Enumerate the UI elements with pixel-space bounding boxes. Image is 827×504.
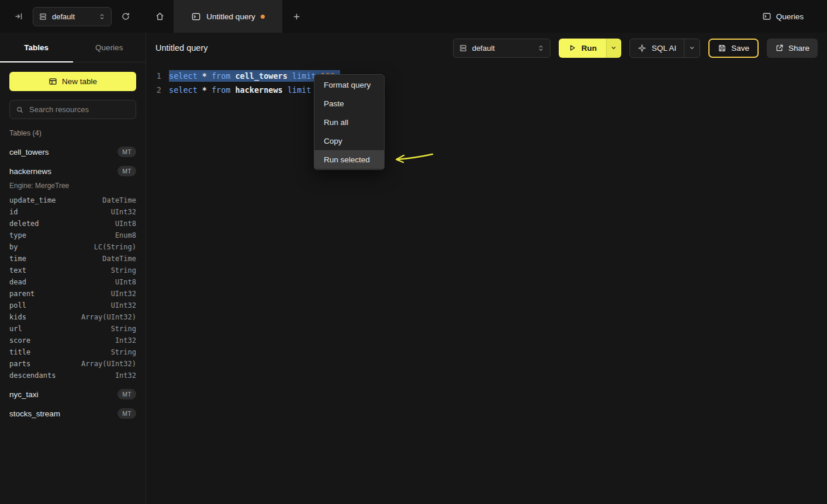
column-name: poll bbox=[9, 301, 26, 310]
updown-chevrons-icon bbox=[98, 13, 106, 20]
sql-star: * bbox=[202, 85, 207, 95]
column-row: pollUInt32 bbox=[9, 300, 136, 311]
run-options-button[interactable] bbox=[606, 39, 621, 58]
play-icon bbox=[568, 44, 576, 52]
sql-ai-options-button[interactable] bbox=[684, 39, 700, 57]
menu-item-run-all[interactable]: Run all bbox=[314, 113, 384, 131]
sql-ai-button[interactable]: SQL AI bbox=[630, 39, 684, 57]
run-button[interactable]: Run bbox=[559, 39, 606, 58]
table-row-hackernews[interactable]: hackernews MT bbox=[9, 164, 136, 178]
tab-label: Untitled query bbox=[206, 12, 255, 21]
database-icon bbox=[39, 12, 47, 21]
tab-home[interactable] bbox=[146, 0, 174, 33]
topbar-left: default bbox=[0, 0, 146, 33]
sql-keyword: limit bbox=[288, 85, 312, 95]
tab-bar: Untitled query bbox=[146, 0, 311, 33]
tables-section-label: Tables (4) bbox=[9, 129, 136, 138]
code-line-1: 1 select*fromcell_towerslimit100 bbox=[146, 69, 827, 83]
column-row: typeEnum8 bbox=[9, 230, 136, 241]
table-row-nyc-taxi[interactable]: nyc_taxi MT bbox=[9, 387, 136, 401]
column-row: descendantsInt32 bbox=[9, 370, 136, 381]
share-button[interactable]: Share bbox=[767, 39, 818, 58]
refresh-button[interactable] bbox=[119, 9, 133, 23]
column-row: urlString bbox=[9, 323, 136, 335]
sql-keyword: select bbox=[169, 85, 198, 95]
column-name: text bbox=[9, 266, 26, 274]
sql-star: * bbox=[202, 71, 207, 81]
code-line-2: 2 select*fromhackernewslimit bbox=[146, 83, 827, 97]
query-toolbar: default Run bbox=[453, 39, 818, 58]
menu-item-paste[interactable]: Paste bbox=[314, 94, 384, 113]
plus-icon bbox=[292, 12, 301, 21]
tab-untitled-query[interactable]: Untitled query bbox=[174, 0, 282, 33]
engine-badge: MT bbox=[117, 166, 136, 176]
table-row-cell-towers[interactable]: cell_towers MT bbox=[9, 145, 136, 159]
column-name: type bbox=[9, 231, 26, 239]
queries-button[interactable]: Queries bbox=[762, 12, 804, 21]
column-row: idUInt32 bbox=[9, 206, 136, 218]
column-type: String bbox=[111, 348, 136, 356]
column-type: Int32 bbox=[115, 336, 136, 345]
chevron-down-icon bbox=[610, 44, 617, 51]
sql-ai-split-button: SQL AI bbox=[629, 39, 700, 58]
query-header: Untitled query default Run bbox=[146, 33, 827, 63]
sql-keyword: select bbox=[169, 71, 198, 81]
column-row: parentUInt32 bbox=[9, 288, 136, 300]
menu-item-copy[interactable]: Copy bbox=[314, 131, 384, 150]
sidebar-tab-queries[interactable]: Queries bbox=[73, 33, 146, 62]
column-name: parent bbox=[9, 290, 34, 298]
run-split-button: Run bbox=[559, 39, 621, 58]
column-row: update_timeDateTime bbox=[9, 194, 136, 206]
query-database-selector[interactable]: default bbox=[453, 39, 551, 58]
database-icon bbox=[459, 44, 468, 53]
sql-table-name: cell_towers bbox=[235, 71, 287, 81]
new-table-button[interactable]: New table bbox=[9, 72, 136, 91]
ai-sparkle-icon bbox=[638, 44, 646, 53]
chevron-down-icon bbox=[688, 44, 695, 51]
column-type: UInt8 bbox=[115, 220, 136, 228]
line-number: 1 bbox=[156, 71, 161, 81]
sidebar-tab-tables[interactable]: Tables bbox=[0, 33, 73, 62]
column-type: UInt32 bbox=[111, 290, 136, 298]
table-name: nyc_taxi bbox=[9, 390, 39, 399]
sql-editor[interactable]: 1 select*fromcell_towerslimit100 2 selec… bbox=[146, 63, 827, 97]
column-type: UInt8 bbox=[115, 278, 136, 286]
column-name: id bbox=[9, 208, 18, 216]
column-type: Enum8 bbox=[115, 231, 136, 239]
column-type: DateTime bbox=[102, 196, 136, 204]
menu-item-run-selected[interactable]: Run selected bbox=[314, 150, 384, 169]
menu-item-format-query[interactable]: Format query bbox=[314, 75, 384, 94]
queries-label: Queries bbox=[776, 12, 804, 21]
share-label: Share bbox=[788, 44, 809, 53]
column-type: Array(UInt32) bbox=[81, 313, 136, 321]
column-row: deadUInt8 bbox=[9, 276, 136, 288]
share-icon bbox=[775, 44, 784, 53]
annotation-arrow bbox=[386, 150, 444, 167]
topbar: default Untitled query bbox=[0, 0, 827, 33]
save-button[interactable]: Save bbox=[708, 39, 759, 58]
engine-badge: MT bbox=[117, 389, 136, 399]
sql-keyword: from bbox=[212, 85, 231, 95]
column-row: partsArray(UInt32) bbox=[9, 358, 136, 370]
database-selector[interactable]: default bbox=[33, 7, 112, 26]
editor-context-menu: Format query Paste Run all Copy Run sele… bbox=[314, 74, 385, 170]
database-selector-value: default bbox=[52, 12, 94, 21]
new-tab-button[interactable] bbox=[282, 0, 311, 33]
collapse-sidebar-button[interactable] bbox=[12, 9, 26, 23]
code-text: select*fromhackernewslimit bbox=[169, 85, 311, 95]
column-type: Array(UInt32) bbox=[81, 360, 136, 368]
search-input[interactable] bbox=[28, 105, 130, 114]
table-row-stocks-stream[interactable]: stocks_stream MT bbox=[9, 406, 136, 420]
refresh-icon bbox=[121, 12, 130, 21]
column-name: title bbox=[9, 348, 30, 356]
search-icon bbox=[16, 106, 24, 114]
sidebar: Tables Queries New table Tables (4) cell… bbox=[0, 33, 146, 504]
home-icon bbox=[155, 12, 165, 22]
page-title: Untitled query bbox=[155, 43, 207, 53]
column-name: score bbox=[9, 336, 30, 345]
column-row: deletedUInt8 bbox=[9, 218, 136, 230]
sql-keyword: limit bbox=[292, 71, 316, 81]
updown-chevrons-icon bbox=[537, 44, 545, 52]
table-icon bbox=[49, 77, 57, 86]
column-type: DateTime bbox=[102, 255, 136, 263]
